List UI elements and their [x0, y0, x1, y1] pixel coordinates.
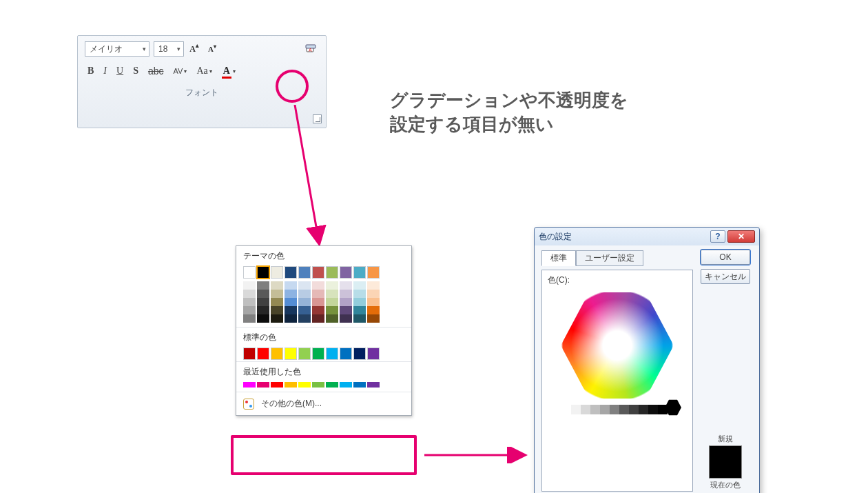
- shade-swatch[interactable]: [326, 281, 338, 290]
- shade-swatch[interactable]: [285, 298, 297, 306]
- shade-swatch[interactable]: [271, 281, 283, 290]
- shade-swatch[interactable]: [298, 314, 311, 323]
- gray-swatch[interactable]: [571, 405, 581, 414]
- recent-swatch[interactable]: [257, 382, 269, 388]
- italic-button[interactable]: I: [103, 63, 107, 79]
- gray-swatch[interactable]: [610, 405, 619, 414]
- recent-swatch[interactable]: [326, 382, 338, 388]
- shade-swatch[interactable]: [257, 314, 269, 323]
- theme-swatch[interactable]: [326, 266, 338, 279]
- recent-swatch[interactable]: [243, 382, 256, 388]
- shade-swatch[interactable]: [340, 298, 352, 306]
- shade-swatch[interactable]: [353, 314, 366, 323]
- shade-swatch[interactable]: [298, 306, 311, 314]
- shade-swatch[interactable]: [271, 290, 283, 298]
- recent-swatch[interactable]: [285, 382, 297, 388]
- shade-swatch[interactable]: [298, 290, 311, 298]
- standard-swatch[interactable]: [285, 348, 297, 360]
- theme-swatch[interactable]: [257, 266, 269, 279]
- shade-swatch[interactable]: [243, 281, 256, 290]
- shade-swatch[interactable]: [340, 306, 352, 314]
- help-button[interactable]: ?: [710, 230, 725, 243]
- clear-formatting-button[interactable]: A: [304, 41, 319, 57]
- theme-swatch[interactable]: [367, 266, 380, 279]
- shade-swatch[interactable]: [353, 298, 366, 306]
- shade-swatch[interactable]: [340, 290, 352, 298]
- standard-swatch[interactable]: [257, 348, 269, 360]
- shade-swatch[interactable]: [353, 306, 366, 314]
- tab-custom[interactable]: ユーザー設定: [576, 250, 643, 266]
- gray-swatch[interactable]: [629, 405, 639, 414]
- shade-swatch[interactable]: [367, 314, 380, 323]
- theme-swatch[interactable]: [353, 266, 366, 279]
- gray-swatch[interactable]: [619, 405, 629, 414]
- standard-swatch[interactable]: [326, 348, 338, 360]
- standard-swatch[interactable]: [340, 348, 352, 360]
- gray-swatch[interactable]: [590, 405, 600, 414]
- close-button[interactable]: ✕: [727, 230, 755, 243]
- shade-swatch[interactable]: [353, 290, 366, 298]
- cancel-button[interactable]: キャンセル: [701, 269, 750, 284]
- shade-swatch[interactable]: [312, 290, 324, 298]
- shade-swatch[interactable]: [340, 314, 352, 323]
- shade-swatch[interactable]: [243, 290, 256, 298]
- bold-button[interactable]: B: [87, 63, 94, 79]
- shade-swatch[interactable]: [257, 281, 269, 290]
- shade-swatch[interactable]: [257, 290, 269, 298]
- shrink-font-button[interactable]: A▾: [205, 41, 220, 57]
- shade-swatch[interactable]: [326, 314, 338, 323]
- standard-swatch[interactable]: [271, 348, 283, 360]
- shade-swatch[interactable]: [326, 298, 338, 306]
- shade-swatch[interactable]: [271, 314, 283, 323]
- shade-swatch[interactable]: [285, 290, 297, 298]
- font-color-button[interactable]: A▾: [222, 63, 236, 79]
- shade-swatch[interactable]: [326, 306, 338, 314]
- shade-swatch[interactable]: [257, 306, 269, 314]
- shade-swatch[interactable]: [367, 298, 380, 306]
- shade-swatch[interactable]: [285, 281, 297, 290]
- shade-swatch[interactable]: [298, 298, 311, 306]
- color-hex-picker[interactable]: [553, 289, 681, 417]
- shade-swatch[interactable]: [367, 306, 380, 314]
- shade-swatch[interactable]: [312, 281, 324, 290]
- shade-swatch[interactable]: [326, 290, 338, 298]
- standard-swatch[interactable]: [298, 348, 311, 360]
- grow-font-button[interactable]: A▴: [187, 41, 202, 57]
- shade-swatch[interactable]: [257, 298, 269, 306]
- theme-swatch[interactable]: [312, 266, 324, 279]
- change-case-button[interactable]: Aa▾: [196, 63, 211, 79]
- theme-swatch[interactable]: [243, 266, 256, 279]
- theme-swatch[interactable]: [340, 266, 352, 279]
- shade-swatch[interactable]: [271, 306, 283, 314]
- theme-swatch[interactable]: [285, 266, 297, 279]
- gray-swatch[interactable]: [581, 405, 590, 414]
- shade-swatch[interactable]: [340, 281, 352, 290]
- standard-swatch[interactable]: [367, 348, 380, 360]
- char-spacing-button[interactable]: AV▾: [174, 63, 187, 79]
- shade-swatch[interactable]: [243, 314, 256, 323]
- text-shadow-button[interactable]: S: [133, 63, 138, 79]
- gray-swatch[interactable]: [639, 405, 648, 414]
- shade-swatch[interactable]: [312, 298, 324, 306]
- recent-swatch[interactable]: [340, 382, 352, 388]
- standard-swatch[interactable]: [353, 348, 366, 360]
- shade-swatch[interactable]: [271, 298, 283, 306]
- ok-button[interactable]: OK: [701, 250, 750, 265]
- gray-swatch[interactable]: [561, 405, 571, 414]
- shade-swatch[interactable]: [312, 314, 324, 323]
- standard-swatch[interactable]: [243, 348, 256, 360]
- underline-button[interactable]: U: [116, 63, 123, 79]
- shade-swatch[interactable]: [243, 306, 256, 314]
- gray-swatch[interactable]: [600, 405, 610, 414]
- shade-swatch[interactable]: [285, 314, 297, 323]
- standard-swatch[interactable]: [312, 348, 324, 360]
- recent-swatch[interactable]: [271, 382, 283, 388]
- shade-swatch[interactable]: [353, 281, 366, 290]
- recent-swatch[interactable]: [353, 382, 366, 388]
- more-colors-item[interactable]: その他の色(M)...: [236, 392, 411, 415]
- recent-swatch[interactable]: [312, 382, 324, 388]
- tab-standard[interactable]: 標準: [541, 250, 576, 266]
- strikethrough-button[interactable]: abc: [148, 63, 164, 79]
- recent-swatch[interactable]: [298, 382, 311, 388]
- recent-swatch[interactable]: [367, 382, 380, 388]
